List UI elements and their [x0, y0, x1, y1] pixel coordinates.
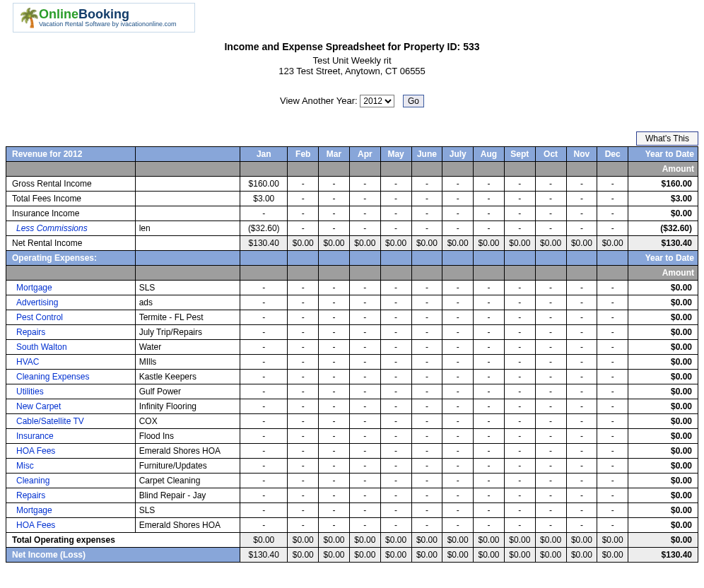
cell: -	[535, 414, 566, 429]
cell: -	[319, 177, 350, 192]
cell: -	[349, 177, 380, 192]
month-header: Nov	[566, 147, 597, 162]
cell: -	[380, 384, 411, 399]
cell: -	[504, 488, 535, 503]
cell: $0.00	[597, 236, 628, 251]
expense-label[interactable]: Cleaning Expenses	[6, 370, 136, 384]
cell: -	[597, 221, 628, 236]
go-button[interactable]: Go	[403, 95, 424, 107]
expense-label[interactable]: HOA Fees	[6, 444, 136, 459]
row-sublabel: len	[135, 221, 240, 236]
cell: $0.00	[411, 548, 442, 563]
cell: $0.00	[504, 548, 535, 563]
net-rental-label: Net Rental Income	[6, 236, 136, 251]
expense-sublabel: Termite - FL Pest	[135, 310, 240, 325]
cell: -	[566, 177, 597, 192]
expense-label[interactable]: Mortgage	[6, 281, 136, 295]
expense-label[interactable]: Advertising	[6, 295, 136, 310]
cell: -	[566, 192, 597, 206]
cell: $0.00	[597, 533, 628, 548]
op-expenses-header: Operating Expenses:	[6, 251, 136, 266]
cell: -	[442, 340, 474, 355]
row-label: Insurance Income	[6, 206, 136, 221]
cell: -	[411, 206, 442, 221]
cell: $0.00	[504, 533, 535, 548]
cell: -	[349, 206, 380, 221]
cell: -	[597, 503, 628, 518]
expense-label[interactable]: HVAC	[6, 355, 136, 370]
expense-label[interactable]: Misc	[6, 459, 136, 474]
cell: -	[411, 399, 442, 414]
cell: $130.40	[240, 548, 288, 563]
expense-label[interactable]: Utilities	[6, 384, 136, 399]
expense-label[interactable]: Repairs	[6, 325, 136, 340]
cell: -	[319, 488, 350, 503]
cell: -	[411, 518, 442, 533]
cell: $0.00	[380, 236, 411, 251]
cell: -	[474, 503, 505, 518]
total-op-label: Total Operating expenses	[6, 533, 240, 548]
cell: -	[380, 340, 411, 355]
expense-label[interactable]: Cable/Satellite TV	[6, 414, 136, 429]
expense-label[interactable]: Cleaning	[6, 474, 136, 488]
cell: -	[474, 518, 505, 533]
cell: -	[442, 355, 474, 370]
cell: -	[504, 355, 535, 370]
cell: -	[380, 429, 411, 444]
cell: -	[504, 295, 535, 310]
expense-label[interactable]: HOA Fees	[6, 518, 136, 533]
expense-label[interactable]: Repairs	[6, 488, 136, 503]
cell: -	[504, 444, 535, 459]
cell: -	[380, 399, 411, 414]
row-sublabel	[135, 206, 240, 221]
cell: -	[597, 444, 628, 459]
expense-label[interactable]: New Carpet	[6, 399, 136, 414]
amount-header: Amount	[628, 162, 698, 177]
expense-label[interactable]: Pest Control	[6, 310, 136, 325]
cell: -	[442, 459, 474, 474]
ytd-cell: $3.00	[628, 192, 698, 206]
row-label[interactable]: Less Commissions	[6, 221, 136, 236]
cell: -	[349, 325, 380, 340]
month-header: Mar	[319, 147, 350, 162]
cell: -	[319, 355, 350, 370]
month-header: Apr	[349, 147, 380, 162]
cell: -	[288, 384, 319, 399]
cell: -	[597, 518, 628, 533]
cell: -	[240, 281, 288, 295]
ytd-cell: $0.00	[628, 325, 698, 340]
year-select[interactable]: 2012	[360, 95, 394, 107]
row-sublabel	[135, 177, 240, 192]
month-header: May	[380, 147, 411, 162]
cell: -	[474, 340, 505, 355]
cell: -	[597, 429, 628, 444]
cell: ($32.60)	[240, 221, 288, 236]
ytd-cell: $130.40	[628, 548, 698, 563]
expense-sublabel: Furniture/Updates	[135, 459, 240, 474]
cell: -	[535, 192, 566, 206]
ytd-header: Year to Date	[628, 147, 698, 162]
cell: -	[349, 518, 380, 533]
month-header: Feb	[288, 147, 319, 162]
cell: -	[288, 488, 319, 503]
cell: $0.00	[380, 548, 411, 563]
cell: -	[349, 310, 380, 325]
cell: -	[535, 221, 566, 236]
cell: -	[474, 399, 505, 414]
cell: -	[474, 206, 505, 221]
cell: -	[349, 503, 380, 518]
ytd-cell: $0.00	[628, 310, 698, 325]
cell: -	[288, 518, 319, 533]
cell: $0.00	[319, 548, 350, 563]
cell: -	[349, 459, 380, 474]
cell: $0.00	[411, 533, 442, 548]
expense-label[interactable]: Insurance	[6, 429, 136, 444]
ytd-cell: $0.00	[628, 340, 698, 355]
expense-label[interactable]: South Walton	[6, 340, 136, 355]
cell: $0.00	[319, 533, 350, 548]
ytd-cell: $0.00	[628, 459, 698, 474]
expense-label[interactable]: Mortgage	[6, 503, 136, 518]
whats-this-button[interactable]: What's This	[636, 131, 698, 146]
cell: -	[566, 459, 597, 474]
cell: -	[597, 177, 628, 192]
